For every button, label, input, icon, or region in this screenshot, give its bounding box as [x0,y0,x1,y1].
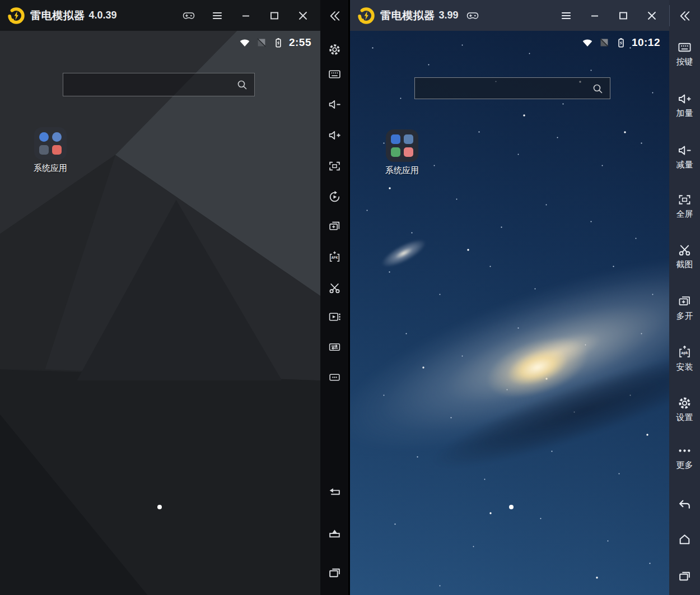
chevrons-left-icon [328,9,342,23]
right-titlebar: 雷电模拟器 3.99 [350,0,669,31]
system-apps-folder[interactable] [386,129,418,162]
maximize-button[interactable] [265,6,284,25]
search-input[interactable] [422,83,591,94]
bright-stars-layer [350,31,351,32]
toolbar-more-button[interactable] [320,366,348,388]
left-window-title: 雷电模拟器 [30,8,85,23]
recents-icon [328,566,342,580]
menu-button[interactable] [557,6,576,25]
volume-down-icon [328,97,342,111]
menu-icon [211,9,224,22]
toolbar-volume-down-button[interactable]: 减量 [669,143,700,169]
toolbar-keyboard-button[interactable] [320,63,348,85]
right-search-bar [414,77,610,99]
wifi-icon [239,36,251,49]
toolbar-label: 设置 [676,412,693,422]
gear-icon [677,396,692,411]
search-input[interactable] [70,79,235,90]
toolbar-fullscreen-button[interactable]: 全屏 [669,192,700,219]
toolbar-label: 减量 [676,160,693,169]
apk-install-icon: APK [328,250,342,264]
battery-charging-icon [615,36,627,49]
screen-record-icon [328,310,342,324]
ldplayer-logo-icon [8,7,25,24]
toolbar-install-apk-button[interactable]: APK [320,246,348,268]
settings-app-icon [391,134,400,144]
maximize-button[interactable] [614,6,633,25]
left-wallpaper [0,31,320,595]
folder-label: 系统应用 [11,163,90,174]
menu-icon [559,9,573,22]
toolbar-volume-down-button[interactable] [320,93,348,115]
gamepad-button[interactable] [463,6,482,25]
gamepad-icon [182,9,195,22]
close-button[interactable] [642,6,661,25]
sync-arrows-icon [328,340,342,354]
toolbar-label: 多开 [676,311,693,320]
operation-recorder-icon [328,190,342,204]
right-main-area: 雷电模拟器 3.99 [350,0,669,595]
scissors-icon [328,281,342,295]
toolbar-volume-up-button[interactable] [320,124,348,146]
svg-text:apk: apk [681,351,688,355]
minimize-button[interactable] [585,6,604,25]
left-side-toolbar: APK [320,0,348,595]
nav-home-button[interactable] [669,528,700,550]
toolbar-more-button[interactable]: 更多 [669,443,700,470]
folder-label: 系统应用 [363,165,441,176]
galaxy-wallpaper [350,31,669,595]
right-window-version: 3.99 [439,10,459,21]
nav-home-button[interactable] [320,521,348,543]
back-icon [328,485,342,499]
emulator-window-right: 雷电模拟器 3.99 [350,0,700,595]
nav-recents-button[interactable] [669,565,700,587]
apk-install-icon: apk [677,345,692,360]
maximize-icon [617,9,630,22]
toolbar-multi-instance-button[interactable] [320,215,348,238]
no-sim-icon [255,36,268,49]
toolbar-label: 截图 [676,259,693,269]
toolbar-screenshot-button[interactable] [320,277,348,299]
left-android-screen: 2:55 系统应用 [0,31,320,595]
multi-instance-icon [677,294,692,309]
toolbar-screenshot-button[interactable]: 截图 [669,243,700,269]
browser-app-icon [52,132,62,142]
fullscreen-icon [677,192,692,207]
toolbar-install-apk-button[interactable]: apk 安装 [669,345,700,371]
right-titlebar-controls [557,6,661,25]
toolbar-volume-up-button[interactable]: 加量 [669,91,700,118]
gallery-app-icon [404,147,413,157]
toolbar-multi-instance-button[interactable]: 多开 [669,294,700,320]
settings-app-icon [39,132,49,142]
toolbar-operation-recorder-button[interactable] [320,185,348,208]
toolbar-label: 加量 [676,108,693,118]
nav-back-button[interactable] [320,481,348,503]
nav-recents-button[interactable] [320,561,348,584]
gallery-app-icon [52,145,62,155]
toolbar-settings-button[interactable]: 设置 [669,396,700,422]
chevrons-left-icon [678,9,692,23]
toolbar-settings-button[interactable] [320,38,348,61]
minimize-button[interactable] [236,6,255,25]
wifi-icon [581,36,594,49]
toolbar-keyboard-mapping-button[interactable]: 按键 [669,40,700,66]
menu-button[interactable] [208,6,227,25]
gamepad-button[interactable] [179,6,198,25]
nav-back-button[interactable] [669,493,700,515]
system-apps-folder[interactable] [34,127,67,160]
toolbar-label: 全屏 [676,209,693,219]
minimize-icon [239,9,253,22]
files-app-icon [391,147,400,157]
collapse-sidebar-button[interactable] [669,4,700,27]
toolbar-screen-record-button[interactable] [320,305,348,328]
collapse-sidebar-button[interactable] [320,4,348,27]
more-icon [328,370,342,384]
maximize-icon [268,9,281,22]
toolbar-sync-button[interactable] [320,336,348,358]
keyboard-icon [677,40,692,55]
battery-charging-icon [272,36,284,49]
toolbar-fullscreen-button[interactable] [320,155,348,177]
close-button[interactable] [293,6,312,25]
fullscreen-icon [328,159,342,173]
minimize-icon [588,9,601,22]
